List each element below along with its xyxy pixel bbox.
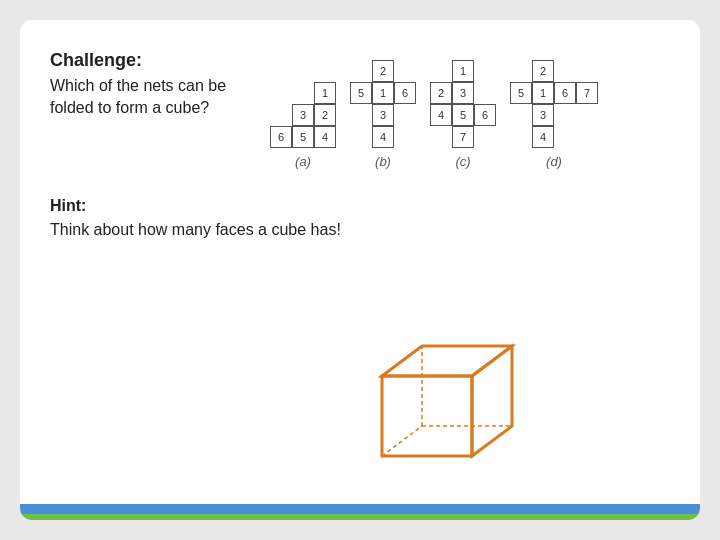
cell: 5 xyxy=(350,82,372,104)
cell: 4 xyxy=(314,126,336,148)
net-b-label: (b) xyxy=(375,154,391,169)
net-d-grid: 2 5167 3 4 xyxy=(510,60,598,148)
question-text: Which of the nets can be folded to form … xyxy=(50,75,250,120)
cell: 2 xyxy=(372,60,394,82)
cell: 1 xyxy=(314,82,336,104)
cell: 6 xyxy=(474,104,496,126)
net-d: 2 5167 3 4 (d) xyxy=(510,60,598,169)
cell: 7 xyxy=(576,82,598,104)
cell: 5 xyxy=(452,104,474,126)
svg-line-3 xyxy=(382,426,422,456)
cell: 4 xyxy=(372,126,394,148)
cube-area xyxy=(342,326,522,490)
cell: 6 xyxy=(554,82,576,104)
cell: 3 xyxy=(292,104,314,126)
content-top: Challenge: Which of the nets can be fold… xyxy=(50,50,670,169)
net-a-label: (a) xyxy=(295,154,311,169)
cell: 2 xyxy=(532,60,554,82)
cell: 5 xyxy=(510,82,532,104)
hint-text: Think about how many faces a cube has! xyxy=(50,219,670,241)
net-a-grid: 1 32 654 xyxy=(270,82,336,148)
net-d-label: (d) xyxy=(546,154,562,169)
bottom-bar xyxy=(20,504,700,520)
svg-marker-2 xyxy=(472,346,512,456)
cell: 6 xyxy=(270,126,292,148)
green-bar xyxy=(20,514,700,520)
cell: 2 xyxy=(430,82,452,104)
cell: 1 xyxy=(452,60,474,82)
net-c: 1 23 456 7 (c) xyxy=(430,60,496,169)
cell: 6 xyxy=(394,82,416,104)
blue-bar xyxy=(20,504,700,514)
cell: 4 xyxy=(532,126,554,148)
cell: 3 xyxy=(452,82,474,104)
svg-marker-0 xyxy=(382,376,472,456)
cell: 3 xyxy=(372,104,394,126)
cell: 4 xyxy=(430,104,452,126)
net-a: 1 32 654 (a) xyxy=(270,82,336,169)
hint-section: Hint: Think about how many faces a cube … xyxy=(50,197,670,241)
cell: 2 xyxy=(314,104,336,126)
cell: 5 xyxy=(292,126,314,148)
cell: 3 xyxy=(532,104,554,126)
nets-container: 1 32 654 (a) 2 516 3 4 (b) 1 xyxy=(270,50,670,169)
slide: Challenge: Which of the nets can be fold… xyxy=(20,20,700,520)
net-c-grid: 1 23 456 7 xyxy=(430,60,496,148)
net-b: 2 516 3 4 (b) xyxy=(350,60,416,169)
challenge-label: Challenge: xyxy=(50,50,250,71)
net-c-label: (c) xyxy=(455,154,470,169)
cell: 7 xyxy=(452,126,474,148)
net-b-grid: 2 516 3 4 xyxy=(350,60,416,148)
hint-label: Hint: xyxy=(50,197,670,215)
cell: 1 xyxy=(532,82,554,104)
cube-svg xyxy=(342,326,522,486)
cell: 1 xyxy=(372,82,394,104)
left-text: Challenge: Which of the nets can be fold… xyxy=(50,50,250,169)
